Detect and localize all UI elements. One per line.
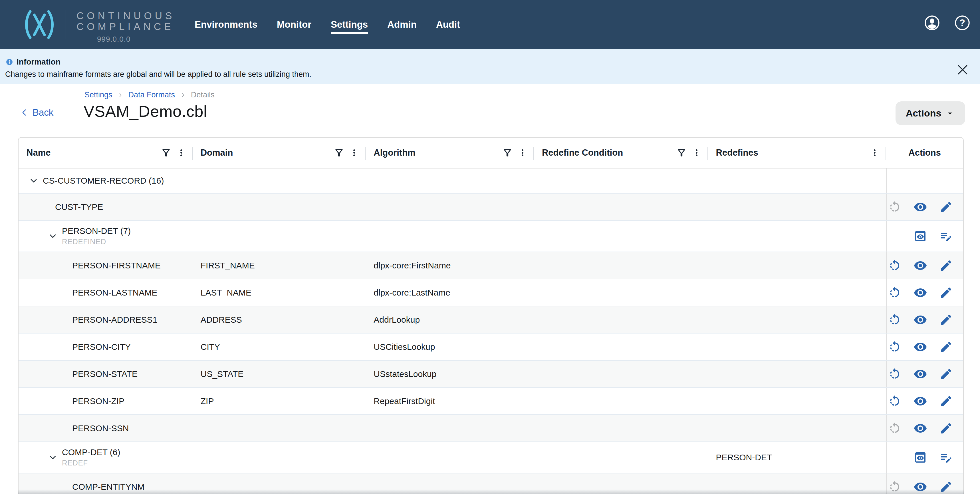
table-row: PERSON-ZIP ZIP RepeatFirstDigit: [19, 388, 963, 415]
nav-item-settings[interactable]: Settings: [331, 19, 368, 30]
close-icon[interactable]: [955, 62, 970, 77]
edit-icon[interactable]: [939, 259, 953, 272]
kebab-icon[interactable]: [870, 148, 880, 158]
field-name: PERSON-FIRSTNAME: [72, 261, 161, 271]
app-name-line2: COMPLIANCE: [76, 21, 175, 32]
view-icon[interactable]: [913, 200, 927, 214]
field-name: PERSON-LASTNAME: [72, 288, 157, 298]
algorithm-cell: [366, 194, 534, 220]
redefine-condition-cell: [534, 221, 708, 252]
domain-cell: [192, 194, 366, 220]
redefine-condition-cell: [534, 442, 708, 473]
view-icon[interactable]: [913, 259, 927, 272]
filter-icon[interactable]: [502, 147, 513, 158]
edit-icon[interactable]: [939, 286, 953, 300]
reset-icon: [888, 200, 902, 214]
field-name: PERSON-ADDRESS1: [72, 315, 157, 325]
name-cell: PERSON-LASTNAME: [19, 279, 192, 306]
reset-icon[interactable]: [888, 313, 902, 327]
name-cell: PERSON-CITY: [19, 333, 192, 360]
domain-cell: FIRST_NAME: [192, 252, 366, 279]
row-actions-cell: [886, 279, 963, 306]
redefines-cell: [708, 415, 886, 441]
edit-icon[interactable]: [939, 367, 953, 381]
back-button[interactable]: Back: [20, 107, 53, 118]
algorithm-cell: AddrLookup: [366, 306, 534, 333]
nav-item-admin[interactable]: Admin: [387, 19, 417, 30]
breadcrumb-data-formats[interactable]: Data Formats: [129, 91, 175, 99]
kebab-icon[interactable]: [517, 148, 528, 158]
nav-item-monitor[interactable]: Monitor: [277, 19, 311, 30]
kebab-icon[interactable]: [176, 148, 186, 158]
field-name: PERSON-ZIP: [72, 396, 124, 406]
field-name: PERSON-SSN: [72, 424, 129, 433]
reset-icon[interactable]: [888, 286, 902, 300]
help-icon[interactable]: ?: [954, 15, 970, 31]
domain-cell: US_STATE: [192, 361, 366, 387]
chevron-down-icon[interactable]: [48, 231, 58, 241]
view-icon[interactable]: [913, 340, 927, 354]
kebab-icon[interactable]: [692, 148, 702, 158]
algorithm-cell: [366, 169, 534, 193]
user-icon[interactable]: [924, 15, 940, 31]
reset-icon[interactable]: [888, 340, 902, 354]
filter-icon[interactable]: [676, 147, 687, 158]
app-version: 999.0.0.0: [97, 35, 130, 44]
view-icon[interactable]: [913, 286, 927, 300]
preview-icon[interactable]: [913, 229, 927, 243]
chevron-right-icon: [180, 92, 186, 99]
filter-icon[interactable]: [161, 147, 172, 158]
edit-icon[interactable]: [939, 200, 953, 214]
kebab-icon[interactable]: [349, 148, 359, 158]
domain-cell: CITY: [192, 333, 366, 360]
preview-icon[interactable]: [913, 451, 927, 464]
column-header-redefine-condition: Redefine Condition: [534, 138, 708, 168]
edit-icon[interactable]: [939, 421, 953, 435]
name-cell: PERSON-FIRSTNAME: [19, 252, 192, 279]
row-actions-cell: [886, 415, 963, 441]
back-chevron-icon: [20, 108, 29, 117]
banner-title: Information: [17, 57, 60, 67]
actions-button[interactable]: Actions: [896, 101, 965, 125]
row-actions-cell: [886, 194, 963, 220]
row-actions-cell: [886, 252, 963, 279]
edit-note-icon[interactable]: [939, 229, 953, 243]
chevron-down-icon[interactable]: [29, 175, 39, 186]
reset-icon[interactable]: [888, 394, 902, 408]
view-icon[interactable]: [913, 394, 927, 408]
algorithm-cell: USstatesLookup: [366, 361, 534, 387]
field-sub-label: REDEF: [62, 459, 120, 467]
redefine-condition-cell: [534, 252, 708, 279]
table-body: CS-CUSTOMER-RECORD (16) CUST-TYPE: [19, 169, 963, 494]
view-icon[interactable]: [913, 313, 927, 327]
name-cell: PERSON-SSN: [19, 415, 192, 441]
table-row: PERSON-DET (7) REDEFINED: [19, 221, 963, 252]
breadcrumb: Settings Data Formats Details: [84, 91, 215, 99]
domain-cell: LAST_NAME: [192, 279, 366, 306]
caret-down-icon: [945, 108, 955, 118]
breadcrumb-settings[interactable]: Settings: [84, 91, 113, 99]
back-label: Back: [33, 107, 53, 118]
view-icon[interactable]: [913, 367, 927, 381]
edit-icon[interactable]: [939, 340, 953, 354]
nav-item-audit[interactable]: Audit: [436, 19, 460, 30]
top-navigation-bar: CONTINUOUS COMPLIANCE 999.0.0.0 Environm…: [0, 0, 980, 49]
edit-note-icon[interactable]: [939, 451, 953, 464]
reset-icon[interactable]: [888, 259, 902, 272]
algorithm-cell: [366, 442, 534, 473]
algorithm-cell: USCitiesLookup: [366, 333, 534, 360]
chevron-down-icon[interactable]: [48, 452, 58, 462]
filter-icon[interactable]: [334, 147, 344, 158]
field-name: PERSON-CITY: [72, 342, 131, 352]
edit-icon[interactable]: [939, 394, 953, 408]
redefine-condition-cell: [534, 388, 708, 414]
redefines-cell: PERSON-DET: [708, 442, 886, 473]
app-logo-icon: [23, 8, 56, 41]
domain-cell: ADDRESS: [192, 306, 366, 333]
edit-icon[interactable]: [939, 313, 953, 327]
nav-item-environments[interactable]: Environments: [195, 19, 258, 30]
view-icon[interactable]: [913, 421, 927, 435]
row-actions-cell: [886, 361, 963, 387]
row-actions-cell: [886, 169, 963, 193]
reset-icon[interactable]: [888, 367, 902, 381]
